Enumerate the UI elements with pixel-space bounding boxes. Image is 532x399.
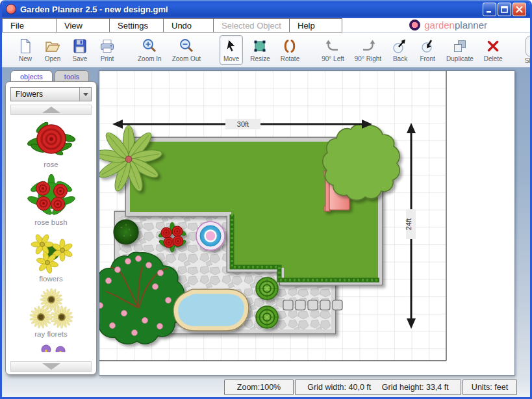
save-floppy-icon <box>71 38 88 55</box>
menu-settings[interactable]: Settings <box>109 18 164 32</box>
menu-help-label: Help <box>298 21 315 31</box>
send-back-button[interactable]: Back <box>388 35 412 65</box>
boxwood-bush[interactable] <box>114 220 138 244</box>
duplicate-icon <box>451 38 468 55</box>
rotate-90-left-button-label: 90° Left <box>322 55 344 62</box>
save-button[interactable]: Save <box>68 35 92 65</box>
stepping-stones[interactable] <box>283 300 342 310</box>
spiral-topiary[interactable] <box>256 277 278 300</box>
sidebar-tabs: objects tools <box>5 70 97 82</box>
spiral-topiary[interactable] <box>256 306 278 328</box>
pool[interactable] <box>176 292 246 328</box>
purple-flowers-partial-icon <box>27 344 76 352</box>
tab-objects-label: objects <box>20 73 43 81</box>
scroll-down-button[interactable] <box>10 361 92 372</box>
new-button[interactable]: New <box>14 35 37 65</box>
printer-icon <box>99 38 116 55</box>
list-item-rose-bush-label: rose bush <box>34 218 68 226</box>
rotate-button-label: Rotate <box>281 55 299 62</box>
new-page-icon <box>17 38 34 55</box>
brand-garden-text: garden <box>424 19 455 31</box>
menu-help[interactable]: Help <box>289 18 342 32</box>
open-button-label: Open <box>45 55 60 62</box>
menubar: File View Settings Undo Selected Object … <box>2 18 530 32</box>
shadows-button[interactable]: Shadows <box>522 33 532 67</box>
menu-file-label: File <box>10 21 24 31</box>
menu-undo-label: Undo <box>171 21 192 31</box>
rotate-90-right-button[interactable]: 90° Right <box>351 35 385 65</box>
rose-icon <box>27 119 76 159</box>
design-canvas[interactable]: 30ft 24ft <box>99 70 515 376</box>
maximize-button[interactable] <box>498 3 511 16</box>
open-button[interactable]: Open <box>41 35 64 65</box>
move-button[interactable]: Move <box>220 35 243 65</box>
tab-tools-label: tools <box>64 73 79 81</box>
close-button[interactable] <box>513 3 526 16</box>
bring-front-icon <box>419 38 436 55</box>
tab-tools[interactable]: tools <box>55 70 89 82</box>
rotate-90-left-button[interactable]: 90° Left <box>318 35 348 65</box>
maximize-icon <box>500 5 509 14</box>
category-dropdown[interactable]: Flowers <box>10 87 92 101</box>
status-grid-width-label: Grid width: 40,0 ft <box>307 383 371 392</box>
print-button[interactable]: Print <box>95 35 119 65</box>
brand-logo: gardenplanner <box>409 18 487 32</box>
garden-plan: 30ft 24ft <box>99 71 514 375</box>
zoom-out-button-label: Zoom Out <box>172 55 201 62</box>
category-dropdown-button[interactable] <box>79 88 91 101</box>
new-button-label: New <box>19 55 32 62</box>
toolbar: New Open Save Print Zoom In Zo <box>2 32 530 68</box>
titlebar[interactable]: Garden Planner 2.5 - new design.gml <box>2 0 530 18</box>
menu-view[interactable]: View <box>56 18 110 32</box>
list-item-partial[interactable] <box>10 344 92 352</box>
list-item-rose-label: rose <box>44 161 58 168</box>
brand-planner-text: planner <box>455 19 487 31</box>
move-cursor-icon <box>223 38 240 55</box>
zoom-out-icon <box>178 38 195 55</box>
app-icon <box>6 4 16 14</box>
resize-handles-icon <box>251 38 268 55</box>
send-back-icon <box>392 38 409 55</box>
status-grid-height-label: Grid height: 33,4 ft <box>382 383 449 392</box>
zoom-in-button[interactable]: Zoom In <box>134 35 165 65</box>
status-units-label: Units: feet <box>472 383 508 392</box>
sidebar: objects tools Flowers <box>5 70 97 377</box>
list-item-rose[interactable]: rose <box>10 119 92 168</box>
zoom-out-button[interactable]: Zoom Out <box>169 35 204 65</box>
scroll-up-button[interactable] <box>10 105 92 115</box>
resize-button[interactable]: Resize <box>247 35 273 65</box>
list-item-flowers-label: flowers <box>39 275 62 283</box>
rotate-button[interactable]: Rotate <box>277 35 303 65</box>
status-units: Units: feet <box>462 380 517 395</box>
statusbar: Zoom:100% Grid width: 40,0 ft Grid heigh… <box>2 380 530 397</box>
tab-objects[interactable]: objects <box>10 70 53 82</box>
fountain[interactable] <box>196 222 225 250</box>
minimize-icon <box>485 5 494 14</box>
open-folder-icon <box>44 38 61 55</box>
menu-undo[interactable]: Undo <box>163 18 214 32</box>
duplicate-button[interactable]: Duplicate <box>443 35 477 65</box>
status-grid: Grid width: 40,0 ft Grid height: 33,4 ft <box>295 380 461 395</box>
shadows-button-frame <box>526 36 532 57</box>
rotate-90-right-button-label: 90° Right <box>355 55 381 62</box>
app-window: Garden Planner 2.5 - new design.gml File… <box>0 0 532 399</box>
menu-view-label: View <box>64 21 82 31</box>
delete-button[interactable]: Delete <box>481 35 506 65</box>
object-list: rose <box>10 115 92 360</box>
bring-front-button[interactable]: Front <box>416 35 439 65</box>
minimize-button[interactable] <box>483 3 496 16</box>
print-button-label: Print <box>101 55 114 62</box>
menu-selected-object: Selected Object <box>213 18 290 32</box>
list-item-flowers[interactable]: flowers <box>10 232 92 283</box>
rotate-90-left-icon <box>325 38 342 55</box>
list-item-ray-florets[interactable]: ray florets <box>10 289 92 338</box>
scroll-down-icon <box>42 363 60 370</box>
menu-settings-label: Settings <box>118 21 148 31</box>
menu-file[interactable]: File <box>2 18 57 32</box>
shadows-button-label: Shadows <box>525 57 532 64</box>
resize-button-label: Resize <box>250 55 270 62</box>
dimension-height-label: 24ft <box>405 218 412 230</box>
delete-button-label: Delete <box>484 55 503 62</box>
list-item-rose-bush[interactable]: rose bush <box>10 174 92 226</box>
zoom-in-icon <box>141 38 158 55</box>
